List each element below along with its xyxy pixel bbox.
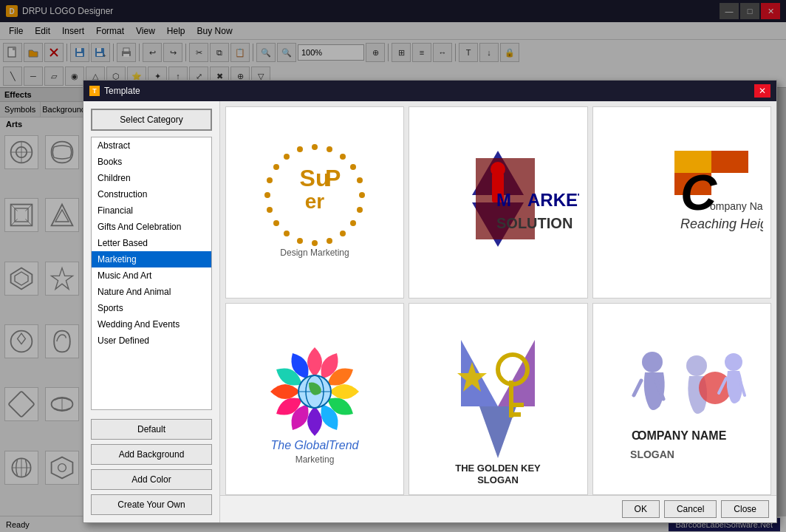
svg-point-92 xyxy=(699,372,731,404)
category-books[interactable]: Books xyxy=(92,154,211,170)
dialog-sidebar: Select Category Abstract Books Children … xyxy=(83,101,220,522)
close-bottom-button[interactable]: Close xyxy=(721,500,769,518)
select-category-button[interactable]: Select Category xyxy=(91,109,212,131)
svg-text:er: er xyxy=(305,190,325,213)
dialog-close-button[interactable]: ✕ xyxy=(754,84,770,98)
create-your-own-button[interactable]: Create Your Own xyxy=(91,494,212,515)
category-financial[interactable]: Financial xyxy=(92,202,211,219)
category-letter[interactable]: Letter Based xyxy=(92,235,211,251)
template-1[interactable]: Su P er Design Marketing xyxy=(225,106,404,299)
svg-text:SLOGAN: SLOGAN xyxy=(630,449,674,460)
category-userdefined[interactable]: User Defined xyxy=(92,332,211,349)
category-music[interactable]: Music And Art xyxy=(92,267,211,284)
svg-point-63 xyxy=(491,162,505,177)
svg-text:Reaching Heighest: Reaching Heighest xyxy=(680,216,763,231)
svg-point-43 xyxy=(340,231,346,236)
dialog-title-text: Template xyxy=(104,86,140,96)
svg-point-44 xyxy=(327,238,332,244)
svg-text:Design Marketing: Design Marketing xyxy=(280,248,349,258)
dialog-bottom-buttons: OK Cancel Close xyxy=(220,495,776,522)
svg-point-36 xyxy=(327,146,332,152)
svg-text:SLOGAN: SLOGAN xyxy=(478,474,519,485)
template-4[interactable]: The GlobalTrend Marketing xyxy=(225,303,404,495)
ok-button[interactable]: OK xyxy=(622,500,660,518)
svg-point-42 xyxy=(350,220,356,226)
dialog-action-buttons: Default Add Background Add Color Create … xyxy=(91,419,212,515)
svg-text:M: M xyxy=(496,190,511,210)
category-gifts[interactable]: Gifts And Celebration xyxy=(92,219,211,235)
svg-point-53 xyxy=(284,154,290,160)
template-5[interactable]: THE GOLDEN KEY SLOGAN xyxy=(409,303,587,495)
svg-point-40 xyxy=(359,192,365,198)
dialog-body: Select Category Abstract Books Children … xyxy=(83,101,776,522)
default-button[interactable]: Default xyxy=(91,419,212,440)
svg-point-46 xyxy=(297,238,303,244)
svg-rect-68 xyxy=(711,151,748,173)
template-dialog: T Template ✕ Select Category Abstract Bo… xyxy=(83,80,777,523)
add-color-button[interactable]: Add Color xyxy=(91,469,212,490)
svg-point-48 xyxy=(273,220,279,226)
svg-text:The GlobalTrend: The GlobalTrend xyxy=(271,439,360,451)
category-list: Abstract Books Children Construction Fin… xyxy=(91,137,212,410)
svg-point-52 xyxy=(273,164,279,170)
svg-point-93 xyxy=(725,353,742,371)
category-children[interactable]: Children xyxy=(92,170,211,186)
dialog-title-bar: T Template ✕ xyxy=(83,81,776,101)
svg-text:THE GOLDEN KEY: THE GOLDEN KEY xyxy=(456,463,541,474)
svg-point-49 xyxy=(267,207,273,213)
category-sports[interactable]: Sports xyxy=(92,300,211,316)
svg-point-88 xyxy=(642,352,663,372)
svg-text:ARKET: ARKET xyxy=(527,190,579,210)
svg-point-38 xyxy=(350,164,356,170)
template-6[interactable]: OMPANY NAME C SLOGAN xyxy=(592,303,771,495)
dialog-title-left: T Template xyxy=(89,86,140,96)
dialog-icon: T xyxy=(89,86,100,96)
svg-marker-79 xyxy=(498,340,535,406)
svg-point-37 xyxy=(340,154,346,160)
category-marketing[interactable]: Marketing xyxy=(92,251,211,267)
category-wedding[interactable]: Wedding And Events xyxy=(92,316,211,332)
template-2[interactable]: ARKET M SOLUTION xyxy=(409,106,587,299)
svg-rect-83 xyxy=(513,403,524,407)
svg-point-91 xyxy=(686,355,707,376)
cancel-button[interactable]: Cancel xyxy=(664,500,717,518)
svg-point-51 xyxy=(267,177,273,183)
svg-point-50 xyxy=(264,192,270,198)
svg-text:OMPANY NAME: OMPANY NAME xyxy=(638,429,727,442)
svg-point-54 xyxy=(297,146,303,152)
category-abstract[interactable]: Abstract xyxy=(92,137,211,154)
modal-overlay: T Template ✕ Select Category Abstract Bo… xyxy=(0,0,786,532)
templates-grid: Su P er Design Marketing xyxy=(220,101,776,495)
category-construction[interactable]: Construction xyxy=(92,186,211,202)
template-3[interactable]: C ompany Name Reaching Heighest xyxy=(592,106,771,299)
svg-text:SOLUTION: SOLUTION xyxy=(496,215,573,231)
svg-text:Marketing: Marketing xyxy=(295,454,335,465)
svg-line-89 xyxy=(634,381,641,395)
svg-point-39 xyxy=(357,177,363,183)
svg-text:P: P xyxy=(325,165,341,191)
svg-point-45 xyxy=(312,240,318,246)
svg-text:C: C xyxy=(632,429,640,442)
svg-point-35 xyxy=(312,144,318,150)
svg-rect-84 xyxy=(513,412,521,417)
svg-point-47 xyxy=(284,231,290,236)
add-background-button[interactable]: Add Background xyxy=(91,444,212,465)
svg-text:ompany Name: ompany Name xyxy=(710,200,763,212)
category-nature[interactable]: Nature And Animal xyxy=(92,284,211,300)
svg-rect-82 xyxy=(509,381,513,417)
svg-point-41 xyxy=(357,207,363,213)
